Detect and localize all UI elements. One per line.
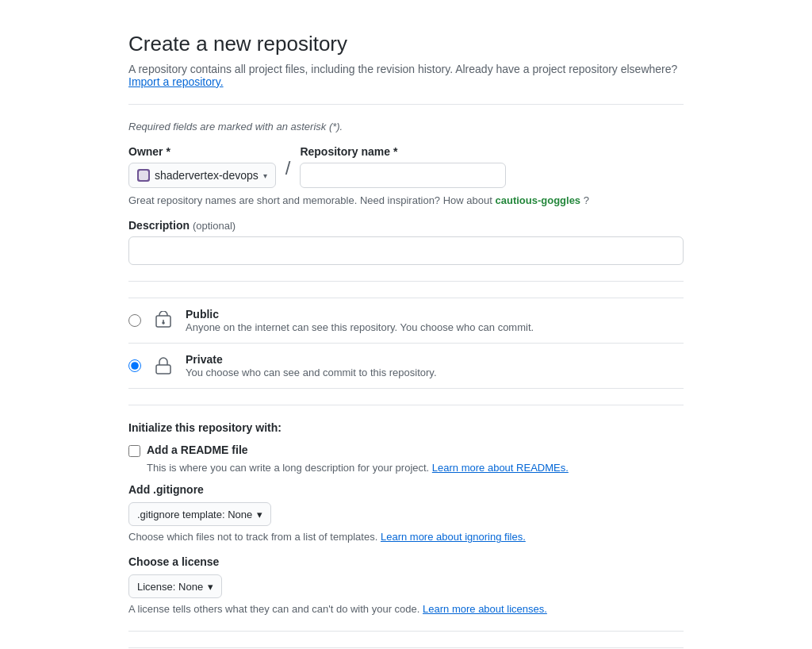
init-title: Initialize this repository with: xyxy=(128,421,684,434)
owner-dropdown-arrow-icon: ▾ xyxy=(263,171,267,180)
private-radio[interactable] xyxy=(128,359,141,372)
gitignore-title: Add .gitignore xyxy=(128,483,684,496)
page-subtitle: A repository contains all project files,… xyxy=(128,63,684,88)
description-input[interactable] xyxy=(128,236,684,265)
init-section: Initialize this repository with: Add a R… xyxy=(128,421,684,615)
required-note: Required fields are marked with an aster… xyxy=(128,121,684,132)
svg-rect-3 xyxy=(156,365,170,374)
private-text: Private You choose who can see and commi… xyxy=(186,353,437,378)
readme-row: Add a README file xyxy=(128,444,684,457)
public-icon xyxy=(151,308,176,333)
inspiration-text: Great repository names are short and mem… xyxy=(128,194,684,206)
readme-desc: This is where you can write a long descr… xyxy=(147,462,684,474)
readme-label: Add a README file xyxy=(147,444,248,456)
license-dropdown[interactable]: License: None ▾ xyxy=(128,574,222,598)
public-radio[interactable] xyxy=(128,314,141,327)
gitignore-link[interactable]: Learn more about ignoring files. xyxy=(381,531,526,543)
description-label: Description (optional) xyxy=(128,219,684,232)
gitignore-dropdown-arrow-icon: ▾ xyxy=(257,509,262,520)
gitignore-section: Add .gitignore .gitignore template: None… xyxy=(128,483,684,543)
repo-name-label: Repository name * xyxy=(300,145,506,158)
repo-name-input[interactable] xyxy=(300,163,506,188)
mid-divider-1 xyxy=(128,281,684,282)
svg-point-2 xyxy=(163,322,164,324)
public-option[interactable]: Public Anyone on the internet can see th… xyxy=(128,298,684,343)
license-link[interactable]: Learn more about licenses. xyxy=(423,603,547,615)
public-text: Public Anyone on the internet can see th… xyxy=(186,308,534,333)
license-title: Choose a license xyxy=(128,555,684,568)
license-section: Choose a license License: None ▾ A licen… xyxy=(128,555,684,615)
gitignore-dropdown[interactable]: .gitignore template: None ▾ xyxy=(128,502,271,526)
page-title: Create a new repository xyxy=(128,32,684,56)
owner-label: Owner * xyxy=(128,145,276,158)
bottom-divider xyxy=(128,631,684,632)
slash-separator: / xyxy=(285,153,291,183)
top-divider xyxy=(128,104,684,105)
visibility-section: Public Anyone on the internet can see th… xyxy=(128,298,684,389)
private-icon xyxy=(151,353,176,378)
readme-checkbox[interactable] xyxy=(128,445,140,457)
private-option[interactable]: Private You choose who can see and commi… xyxy=(128,343,684,389)
license-dropdown-arrow-icon: ▾ xyxy=(208,581,213,593)
owner-dropdown[interactable]: shadervertex-devops ▾ xyxy=(128,163,276,188)
license-desc: A license tells others what they can and… xyxy=(128,603,684,615)
gitignore-desc: Choose which files not to track from a l… xyxy=(128,531,684,543)
mid-divider-2 xyxy=(128,405,684,405)
owner-name: shadervertex-devops xyxy=(155,169,259,182)
import-repo-link[interactable]: Import a repository. xyxy=(128,75,224,88)
inspiration-name[interactable]: cautious-goggles xyxy=(495,194,580,206)
readme-link[interactable]: Learn more about READMEs. xyxy=(432,462,569,474)
owner-avatar-icon xyxy=(137,169,150,182)
